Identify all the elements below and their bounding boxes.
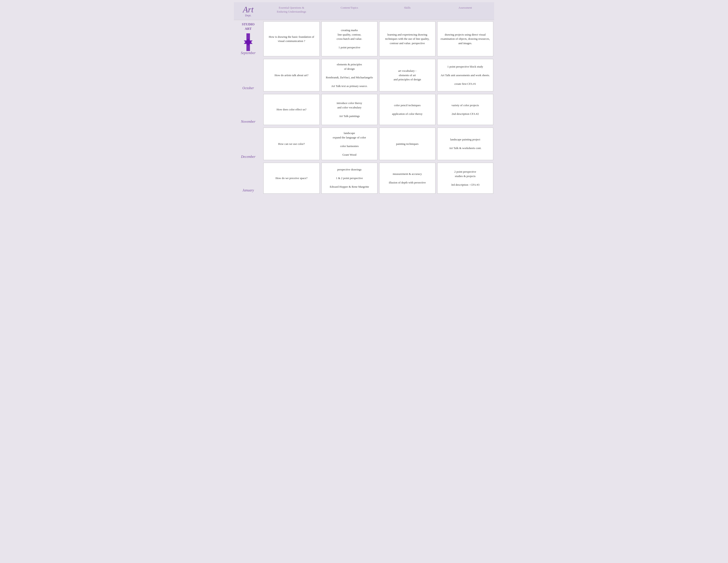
side-col-oct: October xyxy=(234,58,263,93)
cell-dec-essential: How can we use color? xyxy=(263,128,320,160)
side-col-jan: January xyxy=(234,161,263,195)
cell-nov-content: introduce color theroy and color vocabul… xyxy=(321,94,378,125)
cell-dec-assessment: landscape painting project Art Talk & wo… xyxy=(437,128,493,160)
month-label-sep: September xyxy=(234,51,263,58)
side-col-dec: December xyxy=(234,126,263,161)
header-col-skills: Skills xyxy=(378,4,436,18)
cell-oct-essential: How do artists talk about art? xyxy=(263,59,320,91)
studio-art-label: STUDIO ART xyxy=(234,20,263,31)
cell-nov-essential: How does color effect us? xyxy=(263,94,320,125)
cell-dec-content: landscape expand the language of color c… xyxy=(321,128,378,160)
page: Art Dept. Essential Questions & Enduring… xyxy=(232,0,496,197)
month-label-jan: January xyxy=(234,161,263,195)
cell-sep-skills: learning and expreiencing drawing techni… xyxy=(379,21,435,56)
art-title: Art xyxy=(235,5,262,14)
double-arrow-icon xyxy=(242,33,255,51)
cell-nov-skills: color pencil techniques application of c… xyxy=(379,94,435,125)
cell-sep-essential: How is drawing the basic foundation of v… xyxy=(263,21,320,56)
month-label-oct: October xyxy=(234,58,263,93)
header-row: Art Dept. Essential Questions & Enduring… xyxy=(234,2,494,20)
arrow-container xyxy=(234,33,263,51)
side-col-nov: November xyxy=(234,93,263,126)
cell-sep-content: creating marks line quality, contour, cr… xyxy=(321,21,378,56)
header-col-content: Content/Topics xyxy=(321,4,379,18)
cell-oct-assessment: 1 point perspective block study Art Talk… xyxy=(437,59,493,91)
cell-dec-skills: painting techniques xyxy=(379,128,435,160)
header-col-assessment: Assessment xyxy=(436,4,494,18)
month-label-dec: December xyxy=(234,126,263,161)
side-col-sep: STUDIO ART September xyxy=(234,20,263,58)
month-label-nov: November xyxy=(234,93,263,126)
cell-oct-content: elements & principles of design Rembrand… xyxy=(321,59,378,91)
cell-jan-skills: measurement & accuracy illusion of depth… xyxy=(379,163,435,194)
cell-sep-assessment: drawing projects using direct visual exa… xyxy=(437,21,493,56)
header-art-dept: Art Dept. xyxy=(234,4,263,18)
cell-jan-content: perspective drawings 1 & 2 point perspec… xyxy=(321,163,378,194)
dept-label: Dept. xyxy=(235,14,262,17)
cell-oct-skills: art vocabulary - elements of art and pri… xyxy=(379,59,435,91)
cell-nov-assessment: variety of color projects 2nd descriptio… xyxy=(437,94,493,125)
cell-jan-assessment: 2 point perspective studies & projects 3… xyxy=(437,163,493,194)
content-area: STUDIO ART September How is drawing the … xyxy=(234,20,494,195)
cell-jan-essential: How do we preceive space? xyxy=(263,163,320,194)
header-col-essential: Essential Questions & Enduring Understan… xyxy=(263,4,321,18)
